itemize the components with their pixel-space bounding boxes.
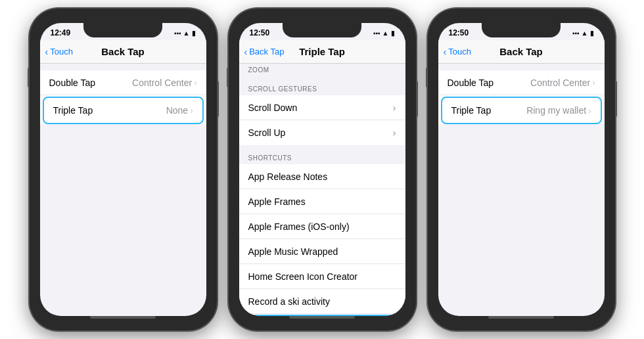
phone-2-home-indicator xyxy=(289,316,355,319)
double-tap-chevron-icon: › xyxy=(194,78,196,87)
phone-2-nav-bar: ‹ Back Tap Triple Tap xyxy=(239,40,405,64)
phone-1-nav-bar: ‹ Touch Back Tap xyxy=(40,40,206,64)
phone-3-back-label[interactable]: Touch xyxy=(448,47,471,56)
shortcuts-group: App Release Notes Apple Frames Apple Fra… xyxy=(239,164,405,316)
phone-3-row-triple-tap[interactable]: Triple Tap Ring my wallet › xyxy=(442,98,601,123)
phone-2-notch xyxy=(283,23,361,37)
ski-label: Record a ski activity xyxy=(248,296,330,307)
wifi-icon: ▲ xyxy=(183,30,190,37)
phone-1-settings-content: Double Tap Control Center › Triple Tap xyxy=(40,64,206,125)
shortcuts-header: SHORTCUTS xyxy=(239,152,405,164)
phone-2-status-icons: ▪▪▪ ▲ ▮ xyxy=(373,30,395,37)
phone-1-nav-title: Back Tap xyxy=(101,46,145,57)
app-release-notes-label: App Release Notes xyxy=(248,171,328,182)
scroll-down-row[interactable]: Scroll Down › xyxy=(239,95,405,120)
phone-3-status-icons: ▪▪▪ ▲ ▮ xyxy=(572,30,594,37)
scroll-up-label: Scroll Up xyxy=(248,127,286,138)
scroll-up-row[interactable]: Scroll Up › xyxy=(239,120,405,145)
double-tap-label-3: Double Tap xyxy=(448,78,494,88)
signal-icon: ▪▪▪ xyxy=(572,30,580,37)
apple-frames-label: Apple Frames xyxy=(248,196,306,207)
battery-icon: ▮ xyxy=(391,30,395,37)
phone-2: 12:50 ▪▪▪ ▲ ▮ ‹ Back Tap Triple Tap Zoom xyxy=(229,9,416,330)
phone-2-nav-title: Triple Tap xyxy=(299,46,345,57)
wifi-icon: ▲ xyxy=(382,30,389,37)
apple-frames-ios-row[interactable]: Apple Frames (iOS-only) xyxy=(239,214,405,239)
home-screen-row[interactable]: Home Screen Icon Creator xyxy=(239,264,405,289)
triple-tap-value-3: Ring my wallet › xyxy=(526,105,591,116)
triple-tap-value-text: None xyxy=(166,105,188,116)
phone-1-status-icons: ▪▪▪ ▲ ▮ xyxy=(174,30,196,37)
phone-1-screen: 12:49 ▪▪▪ ▲ ▮ ‹ Touch Back Tap xyxy=(40,23,206,316)
triple-tap-label: Triple Tap xyxy=(53,105,93,116)
triple-tap-label-3: Triple Tap xyxy=(451,105,492,116)
double-tap-value: Control Center › xyxy=(132,78,196,88)
phone-3-screen: 12:50 ▪▪▪ ▲ ▮ ‹ Touch Back Tap xyxy=(438,23,605,316)
phone-1: 12:49 ▪▪▪ ▲ ▮ ‹ Touch Back Tap xyxy=(30,9,217,330)
shortcuts-section: SHORTCUTS App Release Notes Apple Frames… xyxy=(239,152,405,316)
apple-music-label: Apple Music Wrapped xyxy=(248,246,338,257)
phone-1-notch xyxy=(83,23,162,37)
phone-1-back-label[interactable]: Touch xyxy=(50,47,73,56)
phone-2-back-button[interactable]: ‹ Back Tap xyxy=(244,47,285,57)
phone-2-screen: 12:50 ▪▪▪ ▲ ▮ ‹ Back Tap Triple Tap Zoom xyxy=(239,23,405,316)
triple-tap-chevron-icon-3: › xyxy=(588,106,591,116)
phone-3-row-double-tap[interactable]: Double Tap Control Center › xyxy=(438,70,605,95)
ring-wallet-highlighted[interactable]: Ring my wallet ✓ xyxy=(241,315,403,316)
back-chevron-icon: ‹ xyxy=(444,47,447,57)
phone-1-row-triple-tap[interactable]: Triple Tap None › xyxy=(44,98,202,123)
double-tap-value-3: Control Center › xyxy=(530,78,595,88)
battery-icon: ▮ xyxy=(192,30,196,37)
signal-icon: ▪▪▪ xyxy=(373,30,380,37)
wifi-icon: ▲ xyxy=(582,30,588,37)
phone-1-home-indicator xyxy=(90,316,156,319)
app-release-notes-row[interactable]: App Release Notes xyxy=(239,164,405,189)
back-chevron-icon: ‹ xyxy=(244,47,248,57)
phone-3-settings-content: Double Tap Control Center › Triple Tap xyxy=(438,64,605,125)
phone-3-nav-title: Back Tap xyxy=(499,46,543,57)
scroll-down-label: Scroll Down xyxy=(248,102,298,113)
phone-3-row-triple-tap-highlighted[interactable]: Triple Tap Ring my wallet › xyxy=(441,97,602,124)
phone-2-back-label[interactable]: Back Tap xyxy=(249,47,284,56)
phone-3: 12:50 ▪▪▪ ▲ ▮ ‹ Touch Back Tap xyxy=(428,9,615,330)
phone-3-home-indicator xyxy=(488,316,554,319)
battery-icon: ▮ xyxy=(590,30,594,37)
zoom-label-text: Zoom xyxy=(248,66,269,74)
triple-tap-value: None › xyxy=(166,105,193,116)
phone-3-group: Double Tap Control Center › Triple Tap xyxy=(438,70,605,124)
phone-1-row-triple-tap-highlighted[interactable]: Triple Tap None › xyxy=(43,97,204,124)
phone-1-section: Double Tap Control Center › Triple Tap xyxy=(40,70,206,124)
scroll-gestures-header: SCROLL GESTURES xyxy=(239,83,405,95)
phone-3-time: 12:50 xyxy=(449,28,469,37)
phone-1-back-button[interactable]: ‹ Touch xyxy=(45,47,73,57)
signal-icon: ▪▪▪ xyxy=(174,30,181,37)
apple-frames-ios-label: Apple Frames (iOS-only) xyxy=(248,221,350,232)
phone-1-row-double-tap[interactable]: Double Tap Control Center › xyxy=(40,70,206,95)
triple-tap-value-text-3: Ring my wallet xyxy=(526,105,586,116)
double-tap-value-text-3: Control Center xyxy=(530,78,590,88)
double-tap-value-text: Control Center xyxy=(132,78,192,88)
scroll-down-chevron: › xyxy=(393,102,396,113)
scroll-gestures-group: Scroll Down › Scroll Up › xyxy=(239,95,405,145)
ski-row[interactable]: Record a ski activity xyxy=(239,289,405,314)
phone-3-nav-bar: ‹ Touch Back Tap xyxy=(438,40,605,64)
apple-music-row[interactable]: Apple Music Wrapped xyxy=(239,239,405,264)
phone-3-notch xyxy=(482,23,561,37)
double-tap-label: Double Tap xyxy=(49,78,96,88)
phone-3-section: Double Tap Control Center › Triple Tap xyxy=(438,70,605,124)
apple-frames-row[interactable]: Apple Frames xyxy=(239,189,405,214)
phone-1-time: 12:49 xyxy=(51,28,71,37)
phones-container: 12:49 ▪▪▪ ▲ ▮ ‹ Touch Back Tap xyxy=(23,2,622,337)
phone-2-time: 12:50 xyxy=(250,28,270,37)
zoom-label: Zoom xyxy=(239,64,405,76)
back-chevron-icon: ‹ xyxy=(45,47,49,57)
phone-3-back-button[interactable]: ‹ Touch xyxy=(444,47,471,57)
home-screen-label: Home Screen Icon Creator xyxy=(248,271,358,282)
scroll-up-chevron: › xyxy=(393,127,396,138)
phone-2-settings-content[interactable]: Zoom SCROLL GESTURES Scroll Down › Scrol… xyxy=(239,64,405,316)
phone-1-group: Double Tap Control Center › Triple Tap xyxy=(40,70,206,124)
scroll-gestures-section: SCROLL GESTURES Scroll Down › Scroll Up … xyxy=(239,83,405,145)
double-tap-chevron-icon-3: › xyxy=(592,78,595,87)
triple-tap-chevron-icon: › xyxy=(190,106,193,116)
